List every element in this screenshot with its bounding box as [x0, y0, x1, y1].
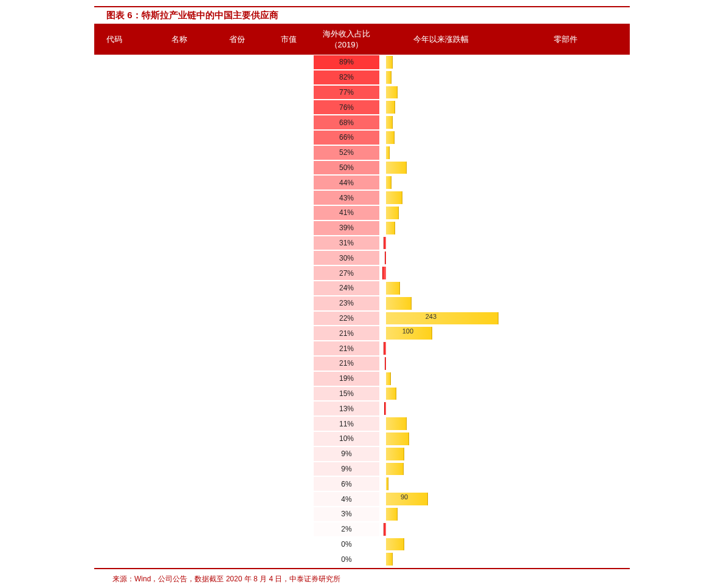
cell-ratio: 30%: [313, 250, 380, 265]
cell-chg: [380, 175, 502, 190]
table-row: 13%: [94, 401, 630, 416]
cell-chg: [380, 296, 502, 311]
cell-ratio: 43%: [313, 190, 380, 205]
cell-ratio: 44%: [313, 175, 380, 190]
cell-ratio: 89%: [313, 55, 380, 70]
cell-ratio: 22%: [313, 311, 380, 326]
table-row: 3%: [94, 507, 630, 522]
cell-chg: 90: [380, 491, 502, 507]
table-row: 68%: [94, 115, 630, 130]
cell-ratio: 19%: [313, 371, 380, 386]
table-row: 82%: [94, 70, 630, 85]
cell-ratio: 82%: [313, 70, 380, 85]
cell-chg: 243: [380, 311, 502, 326]
table-row: 77%: [94, 85, 630, 100]
cell-ratio: 21%: [313, 356, 380, 371]
cell-ratio: 52%: [313, 145, 380, 160]
cell-chg: [380, 250, 502, 265]
cell-ratio: 66%: [313, 130, 380, 145]
hdr-chg: 今年以来涨跌幅: [380, 34, 502, 45]
table-row: 44%: [94, 175, 630, 190]
cell-chg: [380, 462, 502, 477]
cell-ratio: 77%: [313, 85, 380, 100]
cell-ratio: 24%: [313, 281, 380, 296]
table-row: 19%: [94, 371, 630, 386]
table-row: 0%: [94, 552, 630, 567]
hdr-name: 名称: [149, 34, 210, 45]
table-row: 9%: [94, 446, 630, 462]
cell-ratio: 0%: [313, 537, 380, 552]
table-row: 4%90: [94, 491, 630, 507]
cell-chg: [380, 220, 502, 236]
cell-ratio: 4%: [313, 491, 380, 507]
cell-ratio: 6%: [313, 476, 380, 491]
cell-ratio: 15%: [313, 386, 380, 402]
cell-ratio: 39%: [313, 220, 380, 236]
table-row: 24%: [94, 281, 630, 296]
cell-chg: [380, 386, 502, 402]
cell-chg: [380, 145, 502, 160]
cell-chg: [380, 537, 502, 552]
cell-chg: 100: [380, 326, 502, 341]
source-text: 来源：Wind，公司公告，数据截至 2020 年 8 月 4 日，中泰证券研究所: [112, 574, 630, 584]
cell-ratio: 0%: [313, 552, 380, 567]
table-row: 76%: [94, 100, 630, 115]
table-row: 6%: [94, 476, 630, 491]
cell-chg: [380, 70, 502, 85]
cell-chg: [380, 85, 502, 100]
cell-chg: [380, 205, 502, 220]
cell-chg: [380, 265, 502, 281]
cell-ratio: 76%: [313, 100, 380, 115]
cell-chg: [380, 476, 502, 491]
cell-ratio: 50%: [313, 160, 380, 176]
hdr-prov: 省份: [210, 34, 264, 45]
table-row: 41%: [94, 205, 630, 220]
table-row: 2%: [94, 522, 630, 537]
cell-chg: [380, 401, 502, 416]
table-body: 89%82%77%76%68%66%52%50%44%43%41%39%31%3…: [94, 55, 630, 567]
table-row: 0%: [94, 537, 630, 552]
hdr-ratio: 海外收入占比（2019）: [313, 29, 380, 50]
hdr-mktcap: 市值: [264, 34, 313, 45]
table-row: 21%100: [94, 326, 630, 341]
table-row: 27%: [94, 265, 630, 281]
cell-ratio: 9%: [313, 462, 380, 477]
table-row: 43%: [94, 190, 630, 205]
cell-chg: [380, 55, 502, 70]
cell-ratio: 10%: [313, 431, 380, 446]
cell-ratio: 13%: [313, 401, 380, 416]
cell-chg: [380, 416, 502, 431]
table-row: 89%: [94, 55, 630, 70]
cell-chg: [380, 130, 502, 145]
cell-ratio: 11%: [313, 416, 380, 431]
cell-ratio: 27%: [313, 265, 380, 281]
cell-ratio: 23%: [313, 296, 380, 311]
cell-ratio: 31%: [313, 236, 380, 251]
table-row: 30%: [94, 250, 630, 265]
table-row: 10%: [94, 431, 630, 446]
cell-ratio: 41%: [313, 205, 380, 220]
table-row: 66%: [94, 130, 630, 145]
cell-chg: [380, 100, 502, 115]
cell-chg: [380, 446, 502, 462]
cell-chg: [380, 160, 502, 176]
table-row: 52%: [94, 145, 630, 160]
cell-ratio: 2%: [313, 522, 380, 537]
cell-ratio: 3%: [313, 507, 380, 522]
chart-title: 图表 6：特斯拉产业链中的中国主要供应商: [94, 6, 630, 24]
table-row: 11%: [94, 416, 630, 431]
table-row: 21%: [94, 341, 630, 356]
cell-chg: [380, 431, 502, 446]
hdr-part: 零部件: [502, 34, 630, 45]
cell-chg: [380, 341, 502, 356]
cell-chg: [380, 281, 502, 296]
table-row: 15%: [94, 386, 630, 402]
table-row: 22%243: [94, 311, 630, 326]
cell-chg: [380, 236, 502, 251]
cell-chg: [380, 522, 502, 537]
table-header: 代码 名称 省份 市值 海外收入占比（2019） 今年以来涨跌幅 零部件: [94, 24, 630, 55]
cell-chg: [380, 356, 502, 371]
table-row: 31%: [94, 236, 630, 251]
cell-chg: [380, 507, 502, 522]
table-row: 21%: [94, 356, 630, 371]
